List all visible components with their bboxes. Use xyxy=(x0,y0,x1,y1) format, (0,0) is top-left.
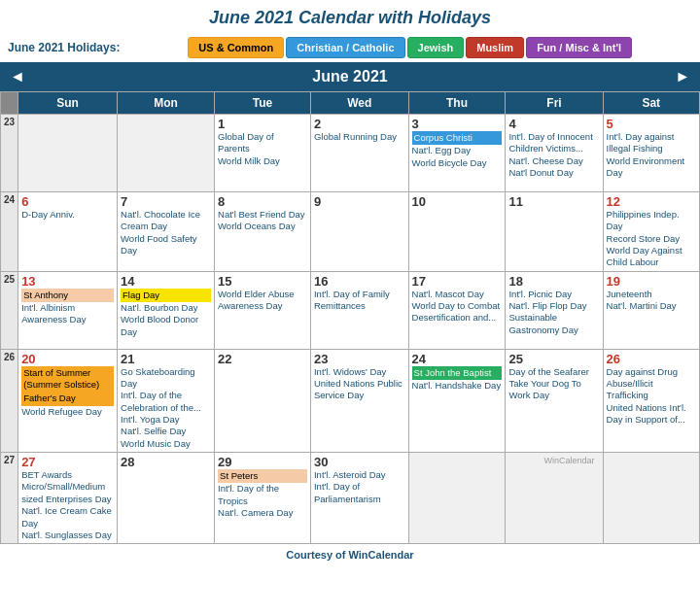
holidays-label: June 2021 Holidays: xyxy=(8,41,120,54)
week-num-25: 25 xyxy=(1,271,18,349)
cell-jun-6: 6 D-Day Anniv. xyxy=(18,192,118,272)
cell-jun-15: 15 World Elder Abuse Awareness Day xyxy=(215,271,311,349)
cell-jun-5: 5 Int'l. Day against Illegal Fishing Wor… xyxy=(603,115,699,192)
nav-month: June 2021 xyxy=(312,68,387,85)
nav-bar: ◄ June 2021 ► xyxy=(0,62,700,91)
week-row-24: 24 6 D-Day Anniv. 7 Nat'l. Chocolate Ice… xyxy=(1,192,700,272)
next-arrow[interactable]: ► xyxy=(675,68,690,85)
footer: Courtesy of WinCalendar xyxy=(0,544,700,565)
week-num-26: 26 xyxy=(1,349,18,452)
cell-jun-7: 7 Nat'l. Chocolate Ice Cream Day World F… xyxy=(118,192,215,272)
page-title: June 2021 Calendar with Holidays xyxy=(0,0,700,33)
cell-jun-13: 13 St Anthony Int'l. Albinism Awareness … xyxy=(18,271,118,349)
cell-jun-8: 8 Nat'l Best Friend Day World Oceans Day xyxy=(215,192,311,272)
prev-arrow[interactable]: ◄ xyxy=(10,68,25,85)
cell-empty-5 xyxy=(603,453,699,544)
cell-jun-12: 12 Philippines Indep. Day Record Store D… xyxy=(603,192,699,272)
week-num-header xyxy=(1,92,18,115)
cell-empty-2 xyxy=(118,115,215,192)
cell-jun-23: 23 Int'l. Widows' Day United Nations Pub… xyxy=(310,349,408,452)
week-num-23: 23 xyxy=(1,115,18,192)
cell-jun-4: 4 Int'l. Day of Innocent Children Victim… xyxy=(506,115,603,192)
week-row-27: 27 27 BET Awards Micro/Small/Medium size… xyxy=(1,453,700,544)
cell-jun-3: 3 Corpus Christi Nat'l. Egg Day World Bi… xyxy=(408,115,506,192)
week-num-24: 24 xyxy=(1,192,18,272)
header-thu: Thu xyxy=(408,92,506,115)
week-row-23: 23 1 Global Day of Parents World Milk Da… xyxy=(1,115,700,192)
top-bar: June 2021 Holidays: US & Common Christia… xyxy=(0,33,700,62)
tab-fun[interactable]: Fun / Misc & Int'l xyxy=(526,37,632,58)
cell-jun-11: 11 xyxy=(506,192,603,272)
cell-jun-2: 2 Global Running Day xyxy=(310,115,408,192)
cell-empty-4: WinCalendar xyxy=(506,453,603,544)
cell-jun-20: 20 Start of Summer (Summer Solstice) Fat… xyxy=(18,349,118,452)
cell-jun-25: 25 Day of the Seafarer Take Your Dog To … xyxy=(506,349,603,452)
header-sat: Sat xyxy=(603,92,699,115)
tabs: US & Common Christian / Catholic Jewish … xyxy=(188,37,632,58)
tab-jewish[interactable]: Jewish xyxy=(407,37,465,58)
tab-christian[interactable]: Christian / Catholic xyxy=(286,37,404,58)
cell-jun-24: 24 St John the Baptist Nat'l. Handshake … xyxy=(408,349,506,452)
header-mon: Mon xyxy=(118,92,215,115)
cell-jun-18: 18 Int'l. Picnic Day Nat'l. Flip Flop Da… xyxy=(506,271,603,349)
week-row-25: 25 13 St Anthony Int'l. Albinism Awarene… xyxy=(1,271,700,349)
header-wed: Wed xyxy=(310,92,408,115)
cell-jun-29: 29 St Peters Int'l. Day of the Tropics N… xyxy=(215,453,311,544)
header-fri: Fri xyxy=(506,92,603,115)
cell-jun-30: 30 Int'l. Asteroid Day Int'l. Day of Par… xyxy=(310,453,408,544)
cell-empty-1 xyxy=(18,115,118,192)
cell-jun-21: 21 Go Skateboarding Day Int'l. Day of th… xyxy=(118,349,215,452)
cell-jun-28: 28 xyxy=(118,453,215,544)
cell-jun-27: 27 BET Awards Micro/Small/Medium sized E… xyxy=(18,453,118,544)
header-tue: Tue xyxy=(215,92,311,115)
cell-jun-14: 14 Flag Day Nat'l. Bourbon Day World Blo… xyxy=(118,271,215,349)
cell-empty-3 xyxy=(408,453,506,544)
cell-jun-10: 10 xyxy=(408,192,506,272)
cell-jun-16: 16 Int'l. Day of Family Remittances xyxy=(310,271,408,349)
calendar: Sun Mon Tue Wed Thu Fri Sat 23 1 Global … xyxy=(0,91,700,544)
cell-jun-9: 9 xyxy=(310,192,408,272)
tab-muslim[interactable]: Muslim xyxy=(466,37,524,58)
tab-us[interactable]: US & Common xyxy=(188,37,284,58)
cell-jun-22: 22 xyxy=(215,349,311,452)
cell-jun-1: 1 Global Day of Parents World Milk Day xyxy=(215,115,311,192)
cell-jun-26: 26 Day against Drug Abuse/Illicit Traffi… xyxy=(603,349,699,452)
cell-jun-17: 17 Nat'l. Mascot Day World Day to Combat… xyxy=(408,271,506,349)
wincalendar-logo: WinCalendar xyxy=(508,455,599,466)
week-num-27: 27 xyxy=(1,453,18,544)
cell-jun-19: 19 Juneteenth Nat'l. Martini Day xyxy=(603,271,699,349)
week-row-26: 26 20 Start of Summer (Summer Solstice) … xyxy=(1,349,700,452)
header-sun: Sun xyxy=(18,92,118,115)
